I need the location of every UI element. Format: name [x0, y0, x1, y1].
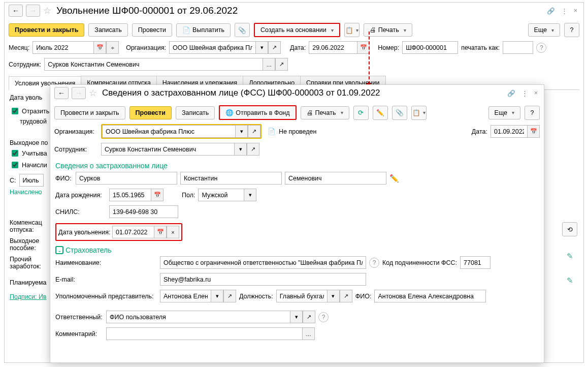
help-icon[interactable]: ?	[369, 258, 379, 268]
save-button[interactable]: Записать	[176, 106, 215, 119]
wand-button[interactable]: ✏️	[373, 106, 388, 120]
post-close-button[interactable]: Провести и закрыть	[9, 23, 84, 37]
send-to-fund-button[interactable]: 🌐Отправить в Фонд	[219, 105, 296, 120]
dob-input[interactable]	[109, 189, 151, 201]
create-based-button[interactable]: Создать на основании	[254, 23, 340, 37]
menu-icon[interactable]: ⋮	[561, 7, 568, 15]
open-icon[interactable]: ↗	[340, 290, 352, 302]
open-icon[interactable]: ↗	[275, 58, 288, 71]
period-from-input[interactable]	[19, 174, 44, 187]
templates-button[interactable]: 📋	[411, 106, 427, 120]
dropdown-icon[interactable]: ▾	[255, 41, 268, 54]
upred-input[interactable]	[160, 290, 211, 302]
accrued-link[interactable]: Начислено	[10, 189, 42, 196]
dropdown-icon[interactable]: ▾	[290, 311, 303, 323]
open-icon[interactable]: ↗	[303, 311, 315, 323]
templates-button[interactable]: 📋	[344, 23, 360, 37]
dropdown-icon[interactable]: ▾	[234, 143, 247, 156]
help-icon[interactable]: ?	[536, 43, 546, 53]
sex-input[interactable]	[198, 189, 244, 201]
star-icon[interactable]: ☆	[89, 87, 97, 99]
link-icon[interactable]: 🔗	[507, 89, 515, 97]
open-icon[interactable]: ↗	[268, 41, 281, 54]
refresh-button[interactable]: ⟲	[562, 222, 577, 236]
signatures-link[interactable]: Подписи: Ив	[10, 293, 47, 300]
calendar-icon[interactable]: 📅	[151, 189, 164, 201]
help-icon[interactable]: ?	[318, 312, 329, 322]
emp-input[interactable]	[101, 143, 234, 156]
kod-input[interactable]	[460, 256, 491, 269]
surname-input[interactable]	[76, 172, 177, 185]
nav-fwd-button[interactable]: →	[26, 5, 40, 17]
nav-fwd-button[interactable]: →	[72, 87, 86, 99]
post-button[interactable]: Провести	[132, 23, 172, 37]
name-input[interactable]	[180, 172, 282, 185]
fio2-input[interactable]	[374, 290, 486, 302]
more-button[interactable]: Еще	[528, 23, 560, 37]
save-button[interactable]: Записать	[88, 23, 127, 37]
emp-label: Сотрудник:	[54, 146, 98, 153]
nav-back-button[interactable]: ←	[9, 5, 23, 17]
calendar-icon[interactable]: 📅	[527, 125, 540, 138]
pay-button[interactable]: 📄Выплатить	[176, 23, 231, 37]
insured-section-header: Сведения о застрахованном лице	[55, 162, 539, 170]
open-icon[interactable]: ↗	[248, 125, 260, 138]
close-icon[interactable]: ×	[534, 89, 538, 97]
calendar-icon[interactable]: 📅	[93, 41, 106, 54]
dropdown-icon[interactable]: ▾	[327, 290, 340, 302]
dropdown-icon[interactable]: ▾	[211, 290, 223, 302]
collapse-icon[interactable]: ⌄	[55, 246, 63, 254]
num-input[interactable]	[402, 41, 458, 54]
printas-input[interactable]	[503, 41, 533, 54]
reflect-checkbox[interactable]	[12, 108, 18, 114]
link-icon[interactable]: 🔗	[547, 7, 555, 15]
star-icon[interactable]: ☆	[43, 5, 51, 16]
dolzh-input[interactable]	[276, 290, 327, 302]
menu-icon[interactable]: ⋮	[521, 89, 528, 97]
nav-back-button[interactable]: ←	[54, 87, 69, 99]
org-input[interactable]	[169, 41, 255, 54]
print-button[interactable]: 🖨Печать	[364, 23, 412, 37]
post-button[interactable]: Провести	[129, 106, 172, 119]
org-input[interactable]	[102, 125, 235, 138]
resp-input[interactable]	[106, 311, 290, 323]
edit-icon[interactable]: ✎	[567, 276, 573, 285]
post-close-button[interactable]: Провести и закрыть	[54, 106, 125, 119]
email-input[interactable]	[160, 273, 366, 286]
open-icon[interactable]: ↗	[223, 290, 236, 302]
dropdown-icon[interactable]: ▾	[244, 189, 256, 201]
comment-label: Комментарий:	[55, 330, 103, 338]
dismiss-date-input[interactable]	[112, 226, 154, 238]
patronymic-input[interactable]	[285, 172, 386, 185]
date-input[interactable]	[491, 125, 527, 138]
edit-icon[interactable]: ✏️	[389, 174, 399, 183]
calendar-icon[interactable]: 📅	[154, 226, 167, 238]
open-icon[interactable]: ↗	[247, 143, 259, 156]
post-status-icon: 📄	[268, 128, 276, 135]
hint-arrow	[369, 32, 370, 84]
calendar-icon[interactable]: 📅	[357, 41, 370, 54]
consider-checkbox[interactable]	[12, 150, 18, 157]
more-button[interactable]: Еще	[488, 106, 520, 119]
attach-button[interactable]: 📎	[235, 23, 250, 37]
dropdown-icon[interactable]: ▾	[235, 125, 248, 138]
close-icon[interactable]: ×	[574, 7, 577, 14]
emp-input[interactable]	[44, 58, 263, 71]
clear-icon[interactable]: ×	[167, 226, 179, 238]
reload-button[interactable]: ⟳	[353, 106, 369, 120]
help-button[interactable]: ?	[564, 23, 579, 37]
choose-icon[interactable]: …	[263, 58, 275, 71]
help-button[interactable]: ?	[525, 106, 540, 120]
naim-input[interactable]	[160, 256, 366, 269]
comment-input[interactable]	[106, 327, 302, 340]
month-input[interactable]	[32, 41, 93, 54]
edit-icon[interactable]: ✎	[567, 252, 573, 261]
date-input[interactable]	[309, 41, 357, 54]
stepper-icon[interactable]: ÷	[106, 41, 119, 54]
accrue-checkbox[interactable]	[12, 162, 18, 168]
attach-button[interactable]: 📎	[392, 106, 407, 120]
choose-icon[interactable]: …	[302, 327, 315, 340]
print-button[interactable]: 🖨Печать	[301, 106, 349, 119]
snils-input[interactable]	[109, 205, 178, 218]
upred-label: Уполномоченный представитель:	[55, 293, 157, 300]
